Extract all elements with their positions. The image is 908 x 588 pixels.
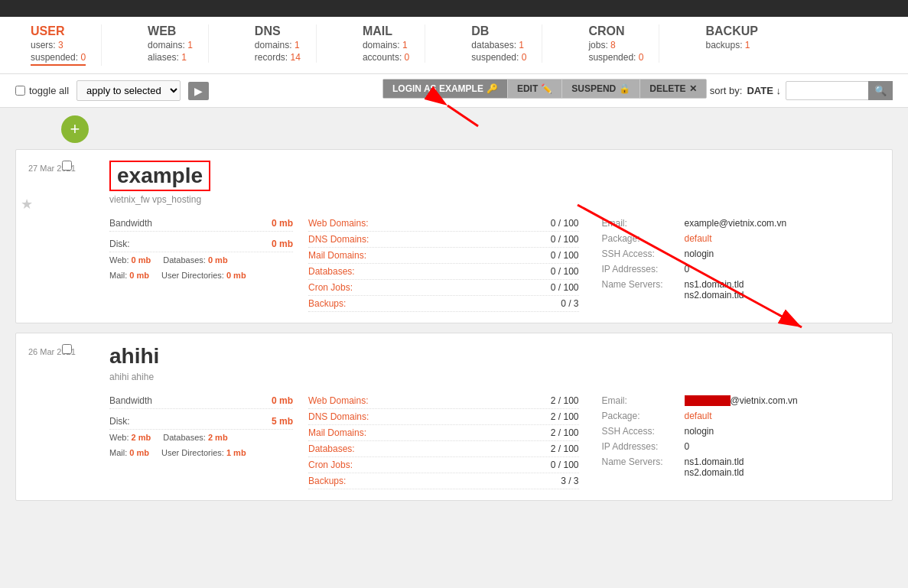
- user-tags-ahihi: ahihi ahihe: [109, 372, 880, 382]
- user-card-ahihi: 26 Mar 2021 ahihi ahihi ahihe Bandwidth …: [15, 333, 893, 501]
- user-card-checkbox-ahihi[interactable]: [62, 344, 72, 354]
- main-content: + ★ 27 Mar 2021 example vietnix_fw vps_h…: [0, 108, 908, 518]
- nav-web[interactable]: WEB domains: 1 aliases: 1: [132, 24, 209, 63]
- close-icon: ✕: [689, 83, 697, 94]
- nav-user-stat2: suspended: 0: [31, 52, 86, 66]
- nav-mail-title: MAIL: [363, 24, 409, 38]
- nav-mail[interactable]: MAIL domains: 1 accounts: 0: [347, 24, 425, 63]
- sort-area: sort by: DATE ↓ 🔍: [710, 81, 893, 100]
- go-button[interactable]: ▶: [188, 82, 209, 100]
- nav-user-stat1: users: 3: [31, 40, 86, 50]
- top-navigation: [0, 0, 908, 17]
- edit-icon: ✏️: [541, 83, 552, 94]
- nav-dns[interactable]: DNS domains: 1 records: 14: [239, 24, 317, 63]
- lock-icon: 🔒: [619, 83, 630, 94]
- user-stats-ahihi: Bandwidth 0 mb Disk: 5 mb Web: 2 mb Data…: [28, 393, 880, 489]
- header: USER users: 3 suspended: 0 WEB domains: …: [0, 17, 908, 74]
- add-user-button[interactable]: +: [61, 115, 89, 143]
- action-bar: LOGIN AS EXAMPLE 🔑 EDIT ✏️ SUSPEND 🔒 DEL…: [382, 79, 707, 99]
- nav-dns-title: DNS: [255, 24, 301, 38]
- search-button[interactable]: 🔍: [868, 81, 893, 100]
- action-popup-bar: LOGIN AS EXAMPLE 🔑 EDIT ✏️ SUSPEND 🔒 DEL…: [382, 79, 707, 99]
- suspend-button[interactable]: SUSPEND 🔒: [562, 80, 640, 98]
- info-col-example: Email: example@vietnix.com.vn Package: d…: [594, 216, 880, 312]
- nav-backup-title: BACKUP: [705, 24, 757, 38]
- nav-backup[interactable]: BACKUP backups: 1: [690, 24, 773, 50]
- login-as-example-button[interactable]: LOGIN AS EXAMPLE 🔑: [383, 80, 508, 98]
- edit-button[interactable]: EDIT ✏️: [508, 80, 562, 98]
- nav-cron[interactable]: CRON jobs: 8 suspended: 0: [573, 24, 659, 63]
- nav-user[interactable]: USER users: 3 suspended: 0: [15, 24, 102, 66]
- stats-col-left-example: Bandwidth 0 mb Disk: 0 mb Web: 0 mb Data…: [109, 216, 308, 312]
- toggle-all-checkbox[interactable]: [15, 86, 25, 96]
- nav-db-title: DB: [471, 24, 526, 38]
- user-card-example: ★ 27 Mar 2021 example vietnix_fw vps_hos…: [15, 149, 893, 323]
- user-card-checkbox-example[interactable]: [62, 161, 72, 171]
- user-stats-example: Bandwidth 0 mb Disk: 0 mb Web: 0 mb Data…: [28, 216, 880, 312]
- user-card-name-ahihi: ahihi: [109, 344, 880, 369]
- nav-db[interactable]: DB databases: 1 suspended: 0: [456, 24, 542, 63]
- apply-to-selected-dropdown[interactable]: apply to selected: [76, 80, 181, 101]
- user-card-name-example: example: [109, 161, 210, 191]
- toggle-all-label[interactable]: toggle all: [15, 85, 69, 96]
- nav-cron-title: CRON: [588, 24, 643, 38]
- star-icon-example[interactable]: ★: [21, 196, 33, 213]
- key-icon: 🔑: [487, 83, 498, 94]
- nav-web-title: WEB: [148, 24, 193, 38]
- nav-user-title: USER: [31, 24, 86, 38]
- user-tags-example: vietnix_fw vps_hosting: [109, 194, 880, 205]
- delete-button[interactable]: DELETE ✕: [640, 80, 705, 98]
- stats-col-mid-example: Web Domains: 0 / 100 DNS Domains: 0 / 10…: [308, 216, 594, 312]
